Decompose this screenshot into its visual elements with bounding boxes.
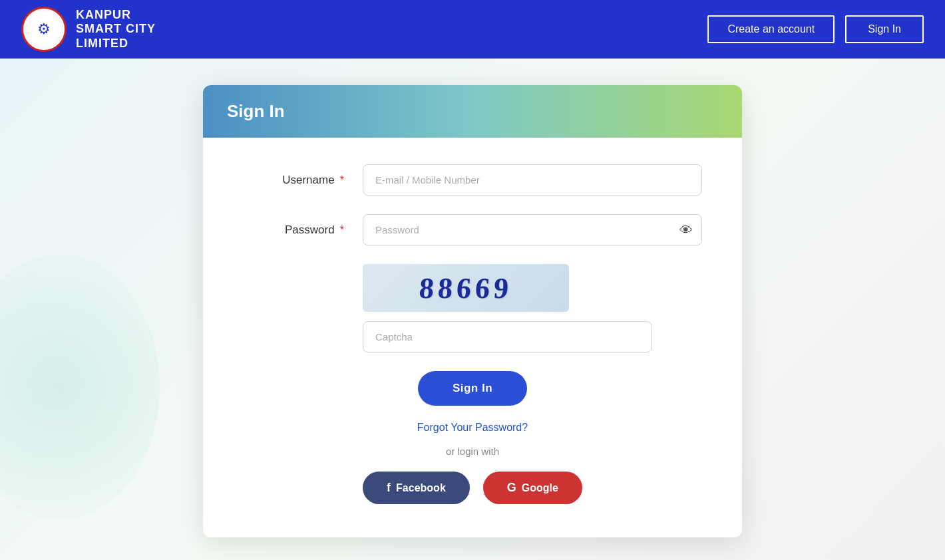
header: ⚙ KANPUR SMART CITY LIMITED Create an ac… [0,0,945,59]
signin-submit-button[interactable]: Sign In [418,371,527,406]
signin-header-button[interactable]: Sign In [845,15,924,43]
google-label: Google [522,482,558,494]
logo-line1: KANPUR [76,8,156,23]
social-login-row: f Facebook G Google [243,472,702,504]
logo-area: ⚙ KANPUR SMART CITY LIMITED [21,7,156,52]
password-row: Password * 👁 [243,214,702,245]
username-required: * [339,174,344,186]
username-input[interactable] [363,164,702,196]
logo-text: KANPUR SMART CITY LIMITED [76,8,156,51]
card-body: Username * Password * 👁 [203,138,742,537]
eye-icon: 👁 [679,222,693,237]
logo-line2: SMART CITY [76,22,156,37]
create-account-button[interactable]: Create an account [707,15,835,43]
captcha-input[interactable] [363,321,652,352]
signin-card: Sign In Username * Password * [203,85,742,537]
card-title: Sign In [227,101,718,122]
captcha-image: 88669 [363,264,569,312]
or-label: or login with [446,446,499,457]
password-required: * [339,223,344,236]
facebook-icon: f [387,481,391,495]
page-background: Sign In Username * Password * [0,59,945,560]
username-row: Username * [243,164,702,196]
username-input-wrap [363,164,702,196]
logo-line3: LIMITED [76,37,156,51]
password-label: Password * [243,223,363,237]
toggle-password-button[interactable]: 👁 [679,222,693,237]
captcha-section: 88669 [363,264,702,352]
logo-emblem: ⚙ [21,7,67,52]
google-login-button[interactable]: G Google [483,472,582,504]
bg-decoration [0,254,160,520]
password-input-wrap: 👁 [363,214,702,245]
signin-button-row: Sign In [243,371,702,406]
header-buttons: Create an account Sign In [707,15,924,43]
captcha-value: 88669 [418,271,514,305]
forgot-password-link[interactable]: Forgot Your Password? [417,422,528,433]
gear-icon: ⚙ [37,21,51,38]
password-input[interactable] [363,214,702,245]
forgot-password-row: Forgot Your Password? [243,422,702,434]
card-header: Sign In [203,85,742,138]
google-icon: G [507,481,516,495]
facebook-login-button[interactable]: f Facebook [363,472,470,504]
or-login-row: or login with [243,446,702,457]
facebook-label: Facebook [396,482,446,494]
username-label: Username * [243,174,363,187]
